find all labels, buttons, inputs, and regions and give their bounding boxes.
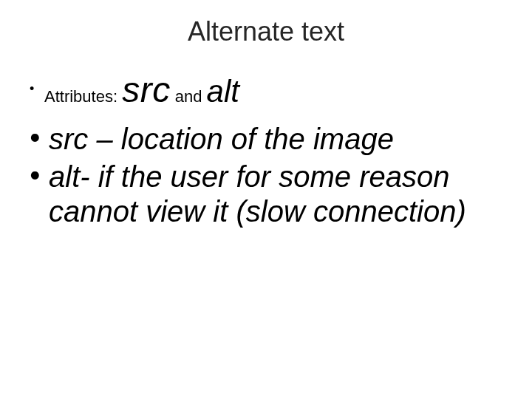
bullet-1-label: Attributes: bbox=[44, 87, 122, 106]
bullet-1-connector: and bbox=[171, 87, 207, 106]
bullet-item-3: alt- if the user for some reason cannot … bbox=[30, 160, 502, 229]
bullet-item-1: Attributes: src and alt bbox=[30, 69, 502, 112]
slide: Alternate text Attributes: src and alt s… bbox=[0, 0, 532, 399]
bullet-list: Attributes: src and alt src – location o… bbox=[30, 69, 502, 229]
bullet-1-term-alt: alt bbox=[207, 74, 239, 109]
bullet-1-term-src: src bbox=[122, 70, 170, 109]
slide-body: Attributes: src and alt src – location o… bbox=[0, 47, 532, 229]
bullet-item-2: src – location of the image bbox=[30, 122, 502, 157]
slide-title: Alternate text bbox=[0, 0, 532, 47]
